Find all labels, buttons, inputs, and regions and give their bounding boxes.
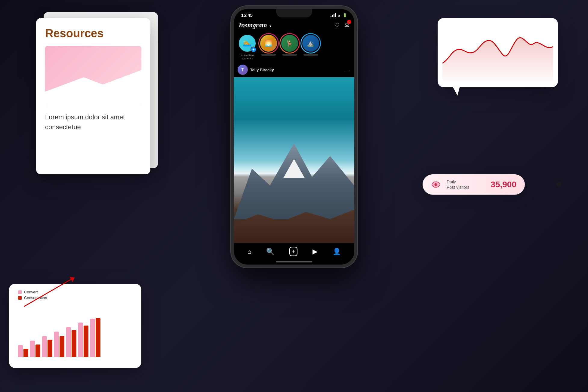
bar-pair-7 — [90, 318, 100, 357]
legend-item-convert: Convert — [18, 290, 135, 294]
visitors-label-line2: Post visitors — [447, 185, 469, 190]
story-3[interactable]: 🦌 — [280, 34, 299, 60]
story-self[interactable]: 🏊 + Limited time dynamic — [238, 34, 257, 60]
bar-pair-2 — [30, 341, 40, 357]
bar-pink-1 — [18, 345, 23, 357]
svg-point-1 — [436, 184, 437, 185]
home-bar — [276, 261, 312, 262]
bar-pink-2 — [30, 341, 35, 357]
bar-pink-6 — [78, 323, 83, 357]
ig-heart-icon[interactable]: ♡ — [334, 22, 340, 29]
line-chart-bubble — [438, 18, 558, 87]
phone-container: 15:45 ▲ 🔋 Instagram ▾ — [231, 6, 357, 268]
battery-icon: 🔋 — [343, 13, 347, 17]
bars-container — [15, 312, 135, 357]
bar-pink-7 — [90, 319, 95, 357]
status-time: 15:45 — [241, 13, 253, 18]
phone-notch — [276, 9, 312, 17]
bar-red-7 — [96, 318, 100, 357]
story-add-btn[interactable]: + — [251, 47, 257, 53]
bar-pair-5 — [66, 327, 76, 357]
bar-red-2 — [35, 345, 40, 357]
nav-profile-icon[interactable]: 👤 — [333, 248, 341, 256]
wifi-icon: ▲ — [337, 13, 341, 17]
dark-bubble-wrapper: Daily Post visitors 35,900 — [556, 182, 561, 187]
chart-legend: Convert Consumption — [18, 290, 135, 300]
resources-title: Resources — [45, 27, 141, 40]
bar-pair-3 — [42, 336, 52, 357]
post-avatar: T — [238, 65, 248, 75]
post-image — [234, 77, 354, 243]
story-label-bar-4 — [303, 54, 318, 56]
line-chart-svg — [442, 23, 553, 82]
post-options-btn[interactable]: ··· — [344, 67, 350, 73]
ig-logo-container[interactable]: Instagram ▾ — [239, 21, 272, 29]
nav-add-icon[interactable]: + — [289, 247, 298, 256]
post-username: Telly Birecky — [250, 68, 274, 72]
phone-screen: 15:45 ▲ 🔋 Instagram ▾ — [234, 9, 354, 265]
story-label-self: Limited time dynamic — [238, 54, 257, 60]
bar-pair-6 — [78, 323, 88, 357]
resources-image-placeholder — [45, 46, 141, 106]
story-4[interactable]: ⛰️ — [301, 34, 320, 60]
bar-pink-5 — [66, 327, 71, 357]
ig-header: Instagram ▾ ♡ ✉ 1 — [234, 19, 354, 32]
phone: 15:45 ▲ 🔋 Instagram ▾ — [231, 6, 357, 268]
resources-card: Resources Lorem ipsum dolor sit amet con… — [36, 18, 150, 174]
bar-red-6 — [84, 326, 88, 357]
signal-bars-icon — [331, 13, 336, 17]
nav-home-icon[interactable]: ⌂ — [247, 248, 251, 256]
status-icons: ▲ 🔋 — [331, 13, 347, 17]
visitors-label: Daily Post visitors — [447, 179, 469, 190]
story-avatar-2: 🌅 — [259, 34, 278, 53]
visitors-eye-icon — [431, 180, 441, 189]
bar-pair-4 — [54, 332, 64, 357]
story-2[interactable]: 🌅 — [259, 34, 278, 60]
bar-pair-1 — [18, 345, 28, 357]
ig-logo: Instagram — [239, 21, 267, 29]
legend-dot-consumption — [18, 296, 22, 300]
visitors-count: 35,900 — [491, 180, 516, 189]
line-chart-fill — [442, 38, 553, 81]
visitors-badge: Daily Post visitors 35,900 — [423, 174, 525, 194]
bar-red-1 — [23, 349, 28, 357]
bar-pink-3 — [42, 336, 47, 357]
story-avatar-self: 🏊 + — [238, 34, 257, 53]
bar-red-5 — [72, 330, 76, 357]
story-avatar-3: 🦌 — [280, 34, 299, 53]
story-avatar-4: ⛰️ — [301, 34, 320, 53]
bar-red-3 — [48, 340, 52, 357]
nav-reels-icon[interactable]: ▶ — [312, 248, 318, 256]
bar-red-4 — [60, 336, 64, 357]
post-user[interactable]: T Telly Birecky — [238, 65, 274, 75]
visitors-label-line1: Daily — [447, 179, 469, 184]
bar-pink-4 — [54, 332, 59, 357]
post-header: T Telly Birecky ··· — [234, 62, 354, 77]
legend-label-convert: Convert — [24, 290, 38, 294]
nav-search-icon[interactable]: 🔍 — [266, 248, 274, 256]
ig-notification-badge: 1 — [347, 20, 351, 24]
story-label-bar-2 — [261, 54, 276, 56]
ig-messenger-icon[interactable]: ✉ 1 — [344, 22, 349, 29]
bottom-nav: ⌂ 🔍 + ▶ 👤 — [234, 243, 354, 259]
ig-dropdown-arrow: ▾ — [269, 24, 271, 28]
legend-dot-convert — [18, 290, 22, 294]
svg-point-0 — [435, 183, 437, 186]
chart-card: Convert Consumption — [9, 284, 141, 368]
stories-row: 🏊 + Limited time dynamic 🌅 — [234, 32, 354, 62]
ig-header-icons: ♡ ✉ 1 — [334, 22, 349, 29]
resources-body-text: Lorem ipsum dolor sit amet consectetue — [45, 112, 141, 132]
chart-area — [15, 303, 135, 357]
home-indicator — [234, 259, 354, 265]
story-label-bar-3 — [282, 54, 297, 56]
